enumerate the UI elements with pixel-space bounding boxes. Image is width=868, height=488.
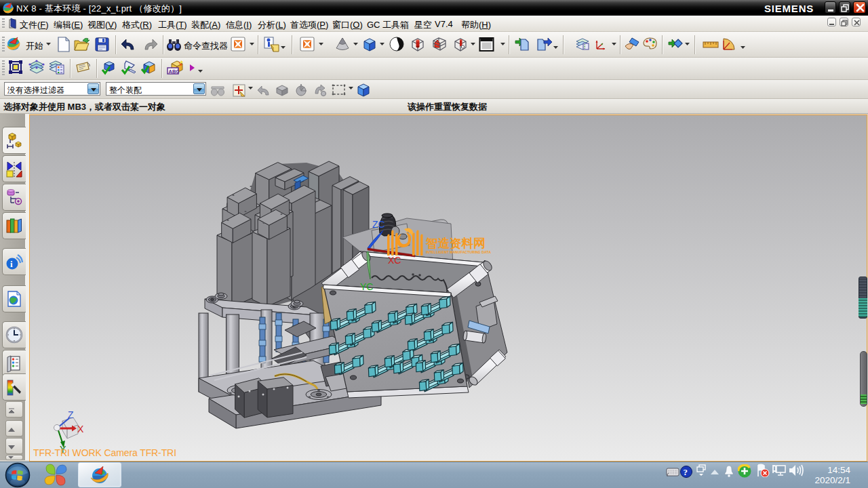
svg-text:Z: Z	[68, 409, 74, 420]
svg-text:XC: XC	[388, 255, 401, 266]
svg-text:ZC: ZC	[372, 219, 385, 230]
svg-text:X: X	[77, 424, 84, 434]
svg-text:YC: YC	[360, 281, 373, 292]
svg-text:INTELLIGENT MANUFACTURING DATA: INTELLIGENT MANUFACTURING DATA	[426, 250, 491, 254]
svg-text:TFR-TRI WORK Camera TFR-TRI: TFR-TRI WORK Camera TFR-TRI	[33, 447, 176, 458]
svg-text:i: i	[10, 259, 13, 269]
svg-text:ABC: ABC	[169, 68, 180, 75]
svg-text:智造资料网: 智造资料网	[425, 237, 486, 250]
svg-text:?: ?	[684, 467, 688, 477]
